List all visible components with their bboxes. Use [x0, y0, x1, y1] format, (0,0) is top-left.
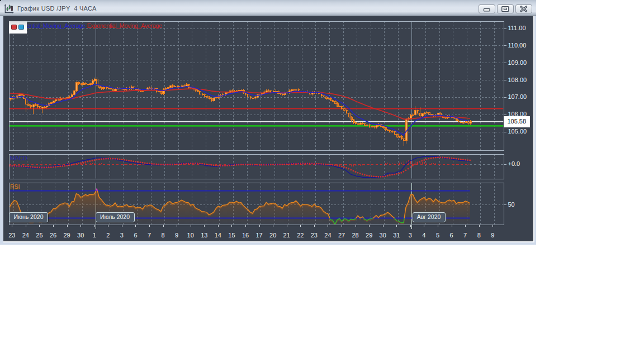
- window-titlebar[interactable]: График USD /JPY 4 ЧАСА: [0, 0, 536, 16]
- client-frame: Exponential_Moving_Average.Exponential_M…: [3, 16, 534, 242]
- price-axis-label: 111.00: [508, 25, 526, 31]
- date-axis-label: 8: [162, 232, 165, 239]
- macd-panel-label: MACD: [10, 155, 27, 161]
- date-axis-label: 26: [50, 232, 56, 239]
- date-axis-label: 30: [380, 232, 386, 239]
- price-panel-content: [9, 77, 504, 146]
- legend-swatch-box: [9, 21, 27, 34]
- price-axis-label: 107.00: [508, 94, 527, 100]
- date-axis-label: 24: [22, 232, 29, 239]
- price-axis-label: 108.00: [508, 77, 527, 83]
- date-axis-label: 6: [134, 232, 137, 239]
- month-badge: Авг 2020: [413, 212, 446, 223]
- date-axis-label: 22: [297, 232, 304, 239]
- rsi-mid-label: 50: [508, 202, 515, 208]
- date-axis-label: 29: [63, 232, 70, 239]
- date-axis-label: 2: [106, 232, 110, 239]
- date-axis-label: 31: [393, 232, 400, 239]
- close-button[interactable]: [515, 4, 532, 13]
- window-controls: [479, 4, 532, 13]
- window-title: График USD /JPY 4 ЧАСА: [17, 5, 97, 12]
- grid-main: [9, 21, 504, 150]
- date-axis-label: 27: [338, 232, 345, 239]
- date-axis-label: 3: [120, 232, 124, 239]
- chart-window: График USD /JPY 4 ЧАСА: [0, 0, 536, 245]
- candles: [10, 77, 471, 146]
- date-axis-label: 7: [148, 232, 151, 239]
- close-icon: [516, 5, 532, 13]
- date-axis-label: 3: [409, 232, 412, 239]
- date-axis-label: 25: [36, 232, 42, 239]
- price-axis-label: 109.00: [508, 60, 527, 66]
- date-axis-label: 4: [422, 232, 425, 239]
- date-axis-label: 23: [311, 232, 318, 239]
- price-axis-label: 110.00: [508, 42, 527, 49]
- date-axis-label: 9: [491, 232, 494, 239]
- window-corner-mark: [0, 0, 1, 1]
- date-axis-label: 28: [352, 232, 358, 239]
- date-axis-label: 24: [324, 232, 331, 239]
- minimize-button[interactable]: [479, 4, 495, 13]
- candlestick-chart-icon: [4, 4, 14, 14]
- month-badge: Июнь 2020: [9, 212, 48, 223]
- legend-red-swatch: [11, 25, 17, 30]
- rsi-panel-label: RSI: [10, 184, 20, 190]
- date-axis-label: 5: [436, 232, 439, 239]
- date-axis-label: 8: [477, 232, 481, 239]
- date-axis-label: 23: [8, 232, 15, 239]
- current-price-tag: 105.58: [504, 116, 530, 127]
- date-axis-label: 15: [228, 232, 235, 239]
- date-axis-label: 13: [201, 232, 207, 239]
- date-axis-label: 14: [215, 232, 221, 239]
- date-axis-label: 29: [366, 232, 372, 239]
- date-axis-label: 16: [242, 232, 249, 239]
- date-axis-label: 21: [283, 232, 290, 239]
- chart-client-area: Exponential_Moving_Average.Exponential_M…: [3, 16, 533, 241]
- restore-button[interactable]: [497, 4, 514, 13]
- date-axis-label: 7: [463, 232, 467, 239]
- date-axis-label: 6: [450, 232, 453, 239]
- macd-zero-label: +0.0: [508, 161, 520, 167]
- legend-series2-label: Exponential_Moving_Average: [87, 22, 162, 29]
- date-axis-label: 17: [255, 232, 262, 239]
- macd-panel-content: [9, 156, 504, 178]
- grid-macd: [14, 154, 495, 179]
- panel-borders: [10, 22, 507, 225]
- date-axis-label: 20: [269, 232, 276, 239]
- macd-histogram: [34, 160, 468, 166]
- date-axis-label: 10: [187, 232, 194, 239]
- legend-text: Exponential_Moving_Average.Exponential_M…: [11, 23, 162, 29]
- price-axis-label: 105.00: [508, 128, 527, 135]
- rsi-panel-content: [9, 189, 470, 225]
- restore-icon: [498, 5, 513, 13]
- date-axis-label: 9: [175, 232, 178, 239]
- legend-blue-swatch: [18, 25, 24, 30]
- macd-signal-dots: [9, 157, 471, 178]
- month-badge: Июль 2020: [96, 212, 135, 223]
- date-axis-label: 1: [93, 232, 96, 239]
- chart-canvas[interactable]: [3, 16, 533, 241]
- date-axis-label: 30: [77, 232, 84, 239]
- minimize-icon: [479, 5, 495, 13]
